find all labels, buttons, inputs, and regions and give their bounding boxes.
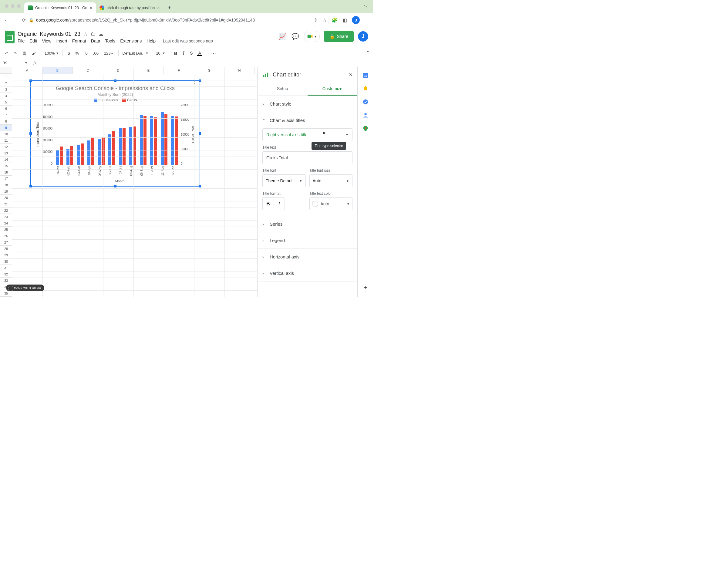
- cloud-status-icon[interactable]: ☁: [99, 31, 103, 37]
- row-header[interactable]: 17: [0, 176, 12, 182]
- column-header[interactable]: G: [194, 67, 225, 74]
- activity-icon[interactable]: 📈: [279, 33, 287, 40]
- star-icon[interactable]: ☆: [83, 31, 88, 37]
- redo-button[interactable]: ↷: [12, 50, 18, 56]
- last-edit-link[interactable]: Last edit was seconds ago: [163, 38, 213, 43]
- text-color-button[interactable]: A: [197, 51, 202, 56]
- row-header[interactable]: 21: [0, 201, 12, 208]
- column-header[interactable]: B: [43, 67, 73, 74]
- calendar-icon[interactable]: 31: [362, 72, 369, 79]
- zoom-select[interactable]: 100%▼: [45, 51, 59, 55]
- column-header[interactable]: C: [73, 67, 103, 74]
- italic-button[interactable]: I: [182, 50, 186, 56]
- spreadsheet-grid[interactable]: 1234567891011121314151617181920212223242…: [0, 67, 257, 297]
- add-addon-button[interactable]: +: [363, 284, 367, 291]
- menu-format[interactable]: Format: [72, 38, 86, 43]
- section-chart-axis-titles[interactable]: ›Chart & axis titles: [258, 112, 357, 128]
- menu-edit[interactable]: Edit: [29, 38, 37, 43]
- browser-tab[interactable]: click through rate by position ×: [96, 2, 163, 14]
- title-font-select[interactable]: Theme Default:...▼: [262, 175, 306, 187]
- forward-button[interactable]: →: [13, 17, 19, 23]
- chrome-menu-icon[interactable]: ⋮: [365, 17, 369, 23]
- row-header[interactable]: 19: [0, 188, 12, 195]
- menu-extensions[interactable]: Extensions: [120, 38, 142, 43]
- maps-icon[interactable]: [362, 125, 369, 132]
- tabs-menu-icon[interactable]: ﹀: [364, 4, 369, 10]
- tasks-icon[interactable]: [362, 99, 369, 105]
- row-header[interactable]: 22: [0, 208, 12, 214]
- menu-data[interactable]: Data: [91, 38, 100, 43]
- menu-help[interactable]: Help: [147, 38, 156, 43]
- row-header[interactable]: 13: [0, 150, 12, 157]
- increase-decimal-button[interactable]: .00: [92, 50, 100, 56]
- contacts-icon[interactable]: [362, 112, 369, 118]
- percent-button[interactable]: %: [74, 50, 80, 56]
- row-header[interactable]: 27: [0, 239, 12, 246]
- menu-view[interactable]: View: [42, 38, 51, 43]
- column-header[interactable]: D: [103, 67, 133, 74]
- bold-button[interactable]: B: [263, 198, 274, 210]
- row-header[interactable]: 35: [0, 290, 12, 297]
- section-chart-style[interactable]: ›Chart style: [258, 96, 357, 112]
- reload-button[interactable]: ⟳: [22, 17, 26, 23]
- tab-customize[interactable]: Customize: [308, 82, 358, 96]
- row-header[interactable]: 25: [0, 227, 12, 233]
- close-icon[interactable]: ×: [349, 71, 353, 78]
- italic-button[interactable]: I: [274, 198, 285, 210]
- bold-button[interactable]: B: [173, 50, 179, 56]
- share-icon[interactable]: ⇧: [314, 17, 318, 23]
- row-header[interactable]: 10: [0, 131, 12, 137]
- decrease-decimal-button[interactable]: .0: [83, 50, 89, 56]
- row-header[interactable]: 31: [0, 265, 12, 271]
- name-box[interactable]: B9▼: [0, 59, 30, 67]
- row-header[interactable]: 18: [0, 182, 12, 188]
- minimize-window-icon[interactable]: [11, 4, 15, 8]
- row-header[interactable]: 28: [0, 246, 12, 252]
- row-header[interactable]: 33: [0, 278, 12, 284]
- font-select[interactable]: Default (Ari...▼: [122, 51, 148, 55]
- move-icon[interactable]: 🗀: [91, 31, 96, 37]
- keep-icon[interactable]: [362, 85, 369, 92]
- row-header[interactable]: 23: [0, 214, 12, 220]
- print-button[interactable]: 🖶: [21, 50, 28, 56]
- row-header[interactable]: 14: [0, 157, 12, 163]
- row-header[interactable]: 5: [0, 99, 12, 106]
- undo-button[interactable]: ↶: [4, 50, 9, 56]
- section-series[interactable]: ›Series: [258, 216, 357, 232]
- tab-setup[interactable]: Setup: [258, 82, 308, 96]
- close-icon[interactable]: ×: [157, 5, 160, 10]
- row-header[interactable]: 9: [0, 125, 12, 131]
- comments-icon[interactable]: 💬: [291, 33, 300, 40]
- section-vertical-axis[interactable]: ›Vertical axis: [258, 265, 357, 281]
- column-header[interactable]: E: [133, 67, 164, 74]
- title-text-color-select[interactable]: Auto ▼: [309, 197, 353, 210]
- row-header[interactable]: 2: [0, 80, 12, 86]
- browser-tab[interactable]: Organic_Keywords 01_23 - Go ×: [24, 2, 96, 14]
- share-button[interactable]: 🔒 Share: [324, 31, 354, 42]
- profile-avatar[interactable]: J: [352, 16, 360, 24]
- sidepanel-icon[interactable]: ◧: [342, 17, 347, 23]
- row-header[interactable]: 30: [0, 259, 12, 265]
- row-header[interactable]: 32: [0, 271, 12, 278]
- title-font-size-select[interactable]: Auto▼: [309, 175, 353, 187]
- row-header[interactable]: 8: [0, 118, 12, 125]
- close-window-icon[interactable]: [5, 4, 8, 8]
- section-legend[interactable]: ›Legend: [258, 232, 357, 248]
- title-text-input[interactable]: [262, 151, 353, 164]
- row-header[interactable]: 11: [0, 137, 12, 144]
- collapse-toolbar-button[interactable]: ⌃: [365, 50, 370, 56]
- paint-format-button[interactable]: 🖌: [31, 50, 37, 56]
- row-header[interactable]: 29: [0, 252, 12, 259]
- column-header[interactable]: F: [164, 67, 194, 74]
- currency-button[interactable]: $: [67, 50, 71, 56]
- row-header[interactable]: 15: [0, 163, 12, 169]
- menu-tools[interactable]: Tools: [105, 38, 115, 43]
- row-header[interactable]: 12: [0, 144, 12, 150]
- select-all-corner[interactable]: [0, 67, 12, 74]
- row-header[interactable]: 26: [0, 233, 12, 239]
- row-header[interactable]: 24: [0, 220, 12, 227]
- row-header[interactable]: 7: [0, 112, 12, 118]
- row-header[interactable]: 3: [0, 86, 12, 93]
- zoom-window-icon[interactable]: [17, 4, 21, 8]
- close-icon[interactable]: ×: [90, 5, 92, 10]
